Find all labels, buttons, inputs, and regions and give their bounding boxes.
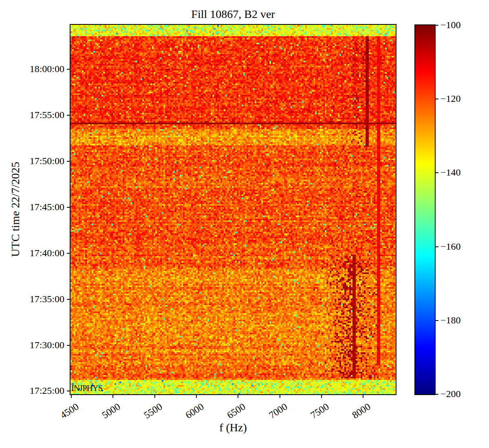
y-tick-label: 17:25:00 bbox=[30, 385, 64, 396]
y-tick-mark bbox=[67, 115, 70, 116]
y-tick-label: 17:35:00 bbox=[30, 293, 64, 305]
y-tick-mark bbox=[67, 345, 70, 346]
y-tick-mark bbox=[67, 161, 70, 162]
x-tick-mark bbox=[154, 395, 155, 398]
y-tick-label: 17:45:00 bbox=[30, 201, 64, 213]
colorbar-tick-label: −180 bbox=[441, 314, 461, 326]
colorbar-tick-mark bbox=[436, 172, 438, 173]
x-tick-mark bbox=[280, 395, 280, 398]
y-tick-mark bbox=[67, 299, 70, 300]
y-tick-mark bbox=[67, 207, 70, 208]
x-tick-mark bbox=[112, 395, 113, 398]
x-tick-label: 4500 bbox=[58, 401, 81, 421]
spectrogram-heatmap bbox=[70, 25, 396, 394]
x-tick-mark bbox=[321, 395, 322, 398]
x-tick-label: 7000 bbox=[267, 401, 289, 421]
y-tick-label: 18:00:00 bbox=[30, 63, 64, 75]
y-tick-mark bbox=[67, 69, 70, 70]
colorbar-tick-label: −200 bbox=[441, 388, 461, 400]
spectrogram-figure: Fill 10867, B2 ver UTC time 22/7/2025 IN… bbox=[0, 0, 489, 448]
x-tick-label: 6000 bbox=[183, 401, 206, 421]
x-axis-label: f (Hz) bbox=[70, 421, 396, 434]
y-tick-mark bbox=[67, 253, 70, 254]
x-tick-mark bbox=[196, 395, 197, 398]
x-tick-mark bbox=[71, 395, 72, 398]
colorbar bbox=[414, 24, 436, 395]
y-tick-mark bbox=[67, 391, 70, 391]
y-axis-label: UTC time 22/7/2025 bbox=[9, 162, 22, 257]
colorbar-tick-label: −120 bbox=[441, 93, 461, 104]
x-tick-mark bbox=[238, 395, 238, 398]
colorbar-tick-mark bbox=[436, 99, 438, 99]
x-tick-label: 7500 bbox=[308, 401, 331, 421]
x-tick-label: 6500 bbox=[225, 401, 248, 421]
x-tick-label: 8000 bbox=[350, 401, 373, 421]
y-tick-label: 17:55:00 bbox=[30, 109, 64, 121]
colorbar-tick-label: −100 bbox=[441, 19, 461, 31]
y-tick-label: 17:40:00 bbox=[30, 247, 64, 259]
injphys-annotation: INJPHYS bbox=[71, 384, 103, 393]
x-tick-label: 5500 bbox=[141, 401, 164, 421]
colorbar-tick-mark bbox=[436, 394, 438, 395]
colorbar-gradient bbox=[415, 25, 435, 394]
y-tick-label: 17:50:00 bbox=[30, 155, 64, 167]
colorbar-tick-label: −160 bbox=[441, 241, 461, 252]
colorbar-tick-mark bbox=[436, 320, 438, 321]
plot-area bbox=[70, 24, 396, 395]
y-tick-label: 17:30:00 bbox=[30, 339, 64, 351]
chart-title: Fill 10867, B2 ver bbox=[70, 7, 396, 21]
colorbar-tick-mark bbox=[436, 246, 438, 247]
x-tick-mark bbox=[363, 395, 363, 398]
colorbar-tick-mark bbox=[436, 25, 438, 26]
x-tick-label: 5000 bbox=[100, 401, 123, 421]
colorbar-tick-label: −140 bbox=[441, 167, 461, 178]
